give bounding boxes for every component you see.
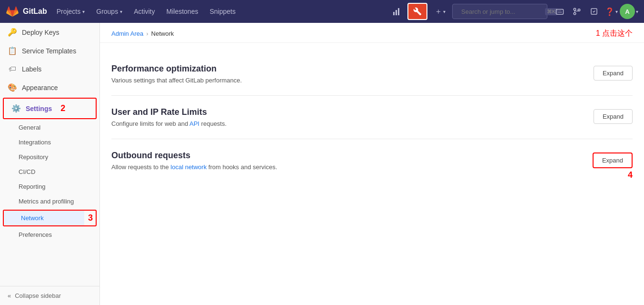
sidebar-subitem-reporting[interactable]: Reporting bbox=[0, 179, 99, 194]
search-input[interactable] bbox=[461, 8, 541, 15]
sidebar-subitem-cicd[interactable]: CI/CD bbox=[0, 164, 99, 179]
nav-groups[interactable]: Groups ▾ bbox=[90, 0, 128, 23]
annotation-3: 3 bbox=[88, 213, 93, 223]
sidebar-item-settings[interactable]: ⚙️ Settings 2 bbox=[4, 99, 96, 118]
annotation-4: 4 bbox=[628, 170, 633, 180]
sidebar: 🔑 Deploy Keys 📋 Service Templates 🏷 Labe… bbox=[0, 23, 100, 305]
merge-requests-icon[interactable] bbox=[568, 3, 585, 20]
nav-milestones[interactable]: Milestones bbox=[161, 0, 204, 23]
svg-rect-0 bbox=[393, 12, 395, 15]
svg-point-5 bbox=[574, 8, 576, 10]
chart-icon[interactable] bbox=[388, 3, 406, 20]
collapse-sidebar-button[interactable]: « Collapse sidebar bbox=[0, 286, 99, 305]
brand-name: GitLab bbox=[23, 7, 47, 16]
section-title-performance: Performance optimization bbox=[111, 64, 582, 74]
expand-button-outbound[interactable]: Expand bbox=[593, 152, 633, 168]
chevron-down-icon: ▾ bbox=[615, 9, 618, 14]
breadcrumb-current: Network bbox=[151, 30, 174, 37]
template-icon: 📋 bbox=[8, 46, 17, 55]
section-desc-rate-limits: Configure limits for web and API request… bbox=[111, 120, 582, 127]
annotation-2: 2 bbox=[60, 103, 65, 113]
expand-button-performance[interactable]: Expand bbox=[594, 66, 633, 81]
chevron-down-icon: ▾ bbox=[443, 9, 446, 14]
sidebar-item-service-templates[interactable]: 📋 Service Templates bbox=[0, 41, 99, 60]
plus-icon[interactable]: ＋▾ bbox=[431, 3, 448, 20]
search-bar[interactable]: ⌘K bbox=[452, 4, 547, 19]
label-icon: 🏷 bbox=[8, 65, 17, 73]
section-desc-performance: Various settings that affect GitLab perf… bbox=[111, 77, 582, 84]
section-performance: Performance optimization Various setting… bbox=[111, 52, 633, 96]
section-rate-limits: User and IP Rate Limits Configure limits… bbox=[111, 96, 633, 139]
breadcrumb-separator: › bbox=[146, 30, 148, 37]
section-title-outbound: Outbound requests bbox=[111, 151, 581, 161]
sidebar-subitem-metrics[interactable]: Metrics and profiling bbox=[0, 194, 99, 209]
issues-icon[interactable] bbox=[585, 3, 603, 20]
sidebar-item-labels[interactable]: 🏷 Labels bbox=[0, 60, 99, 78]
gitlab-logo[interactable]: GitLab bbox=[6, 5, 47, 18]
settings-content: Performance optimization Various setting… bbox=[100, 43, 644, 201]
admin-wrench-button[interactable] bbox=[407, 3, 427, 20]
sidebar-item-deploy-keys[interactable]: 🔑 Deploy Keys bbox=[0, 23, 99, 41]
chevron-down-icon: ▾ bbox=[120, 9, 122, 14]
nav-activity[interactable]: Activity bbox=[128, 0, 160, 23]
user-avatar[interactable]: A bbox=[620, 4, 635, 19]
keyboard-shortcuts-icon[interactable] bbox=[551, 3, 568, 20]
collapse-icon: « bbox=[8, 292, 11, 299]
appearance-icon: 🎨 bbox=[8, 83, 17, 92]
svg-point-6 bbox=[574, 12, 576, 15]
svg-rect-4 bbox=[556, 10, 564, 15]
sidebar-item-appearance[interactable]: 🎨 Appearance bbox=[0, 78, 99, 97]
sidebar-subitem-preferences[interactable]: Preferences bbox=[0, 227, 99, 242]
expand-button-rate-limits[interactable]: Expand bbox=[594, 109, 633, 124]
chevron-down-icon: ▾ bbox=[82, 9, 85, 14]
help-icon[interactable]: ❓▾ bbox=[603, 3, 620, 20]
section-title-rate-limits: User and IP Rate Limits bbox=[111, 107, 582, 117]
nav-projects[interactable]: Projects ▾ bbox=[51, 0, 91, 23]
user-menu-caret: ▾ bbox=[636, 9, 638, 14]
annotation-1-text: 1 点击这个 bbox=[596, 29, 633, 39]
gear-icon: ⚙️ bbox=[11, 104, 21, 113]
sidebar-subitem-integrations[interactable]: Integrations bbox=[0, 135, 99, 150]
sidebar-subitem-general[interactable]: General bbox=[0, 120, 99, 135]
breadcrumb: Admin Area › Network bbox=[111, 30, 577, 37]
page-layout: 🔑 Deploy Keys 📋 Service Templates 🏷 Labe… bbox=[0, 23, 644, 305]
nav-links: Projects ▾ Groups ▾ Activity Milestones … bbox=[51, 0, 241, 23]
svg-rect-1 bbox=[396, 10, 397, 15]
section-outbound: Outbound requests Allow requests to the … bbox=[111, 139, 633, 192]
top-navigation: GitLab Projects ▾ Groups ▾ Activity Mile… bbox=[0, 0, 644, 23]
svg-rect-2 bbox=[398, 8, 399, 15]
main-content: Admin Area › Network 1 点击这个 Performance … bbox=[100, 23, 644, 305]
sidebar-subitem-network[interactable]: Network bbox=[4, 211, 84, 225]
nav-snippets[interactable]: Snippets bbox=[204, 0, 241, 23]
sidebar-subitem-repository[interactable]: Repository bbox=[0, 150, 99, 164]
key-icon: 🔑 bbox=[8, 28, 17, 37]
local-network-link[interactable]: local network bbox=[170, 163, 207, 171]
api-link[interactable]: API bbox=[189, 120, 199, 127]
section-desc-outbound: Allow requests to the local network from… bbox=[111, 163, 581, 171]
breadcrumb-admin-link[interactable]: Admin Area bbox=[111, 30, 143, 37]
